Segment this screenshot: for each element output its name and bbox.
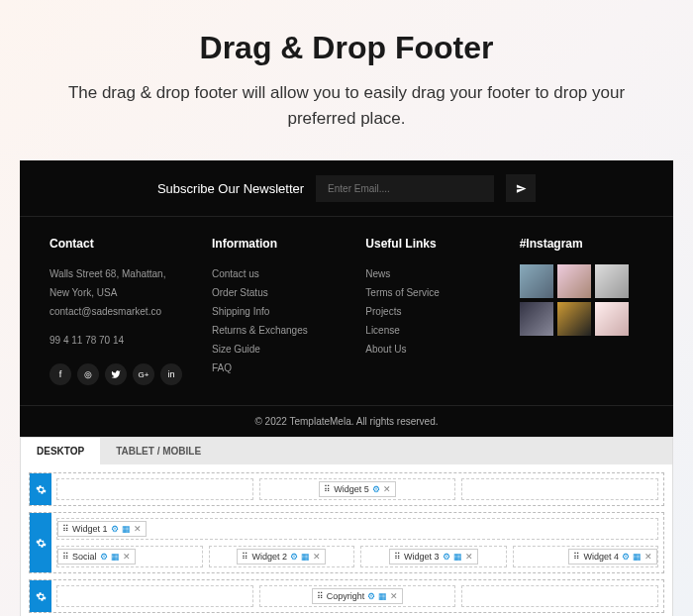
tab-desktop[interactable]: DESKTOP (21, 438, 100, 464)
close-icon[interactable]: ✕ (390, 591, 398, 601)
row-settings-button[interactable] (30, 580, 51, 612)
widget-chip[interactable]: ⠿ Widget 5 ⚙ ✕ (319, 481, 396, 497)
gear-icon[interactable]: ⚙ (111, 524, 119, 534)
builder-slot[interactable] (56, 478, 253, 500)
close-icon[interactable]: ✕ (383, 484, 391, 494)
close-icon[interactable]: ✕ (123, 552, 131, 562)
gear-icon (36, 484, 47, 495)
widget-chip[interactable]: ⠿ Widget 2 ⚙ ▦ ✕ (237, 549, 326, 565)
widget-label: Social (72, 552, 97, 562)
drag-icon: ⠿ (317, 591, 324, 601)
gear-icon (36, 538, 47, 549)
instagram-thumb[interactable] (595, 264, 629, 298)
useful-link[interactable]: Terms of Service (365, 283, 489, 302)
row-settings-button[interactable] (30, 513, 51, 572)
duplicate-icon[interactable]: ▦ (111, 552, 120, 562)
drag-icon: ⠿ (573, 552, 580, 562)
instagram-thumb[interactable] (520, 302, 553, 336)
builder-slot[interactable]: ⠿ Widget 4 ⚙ ▦ ✕ (513, 546, 659, 567)
gear-icon[interactable]: ⚙ (622, 552, 630, 562)
contact-address: Walls Street 68, Mahattan, New York, USA (50, 264, 182, 302)
newsletter-email-input[interactable] (316, 175, 494, 202)
page-subtitle: The drag & drop footer will allow you to… (59, 80, 634, 131)
widget-chip[interactable]: ⠿ Widget 1 ⚙ ▦ ✕ (57, 521, 147, 537)
gear-icon[interactable]: ⚙ (443, 552, 450, 562)
builder-row: ⠿ Copyright ⚙ ▦ ✕ (29, 579, 664, 613)
builder-row: ⠿ Widget 5 ⚙ ✕ (29, 472, 664, 506)
duplicate-icon[interactable]: ▦ (378, 591, 387, 601)
contact-email: contact@sadesmarket.co (50, 302, 182, 321)
widget-label: Copyright (327, 591, 365, 601)
widget-label: Widget 4 (583, 552, 619, 562)
builder-slot[interactable]: ⠿ Widget 5 ⚙ ✕ (259, 478, 456, 500)
newsletter-bar: Subscribe Our Newsletter (20, 160, 673, 217)
widget-label: Widget 3 (404, 552, 440, 562)
builder-slot[interactable] (461, 585, 658, 607)
useful-link[interactable]: License (365, 321, 489, 340)
builder-slot[interactable]: ⠿ Social ⚙ ▦ ✕ (56, 546, 203, 567)
gear-icon[interactable]: ⚙ (290, 552, 298, 562)
close-icon[interactable]: ✕ (134, 524, 142, 534)
footer-builder: DESKTOP TABLET / MOBILE ⠿ Widget 5 ⚙ ✕ (20, 437, 673, 616)
widget-chip[interactable]: ⠿ Copyright ⚙ ▦ ✕ (312, 588, 404, 604)
footer-col-information: Information Contact us Order Status Ship… (212, 237, 336, 385)
newsletter-submit-button[interactable] (506, 174, 536, 202)
gear-icon[interactable]: ⚙ (372, 484, 380, 494)
gear-icon[interactable]: ⚙ (100, 552, 108, 562)
drag-icon: ⠿ (62, 524, 69, 534)
footer-col-contact: Contact Walls Street 68, Mahattan, New Y… (50, 237, 182, 385)
useful-heading: Useful Links (365, 237, 489, 251)
instagram-thumb[interactable] (595, 302, 629, 336)
instagram-icon[interactable]: ◎ (77, 363, 99, 385)
tab-tablet-mobile[interactable]: TABLET / MOBILE (100, 438, 217, 464)
widget-chip[interactable]: ⠿ Widget 4 ⚙ ▦ ✕ (568, 549, 657, 565)
useful-link[interactable]: About Us (365, 340, 489, 359)
facebook-icon[interactable]: f (50, 363, 71, 385)
duplicate-icon[interactable]: ▦ (633, 552, 642, 562)
googleplus-icon[interactable]: G+ (133, 363, 154, 385)
duplicate-icon[interactable]: ▦ (453, 552, 462, 562)
twitter-icon[interactable] (105, 363, 127, 385)
close-icon[interactable]: ✕ (644, 552, 652, 562)
contact-heading: Contact (50, 237, 182, 251)
footer-col-useful: Useful Links News Terms of Service Proje… (365, 237, 489, 385)
drag-icon: ⠿ (324, 484, 331, 494)
builder-slot[interactable]: ⠿ Widget 1 ⚙ ▦ ✕ (56, 518, 658, 540)
send-icon (516, 183, 527, 194)
gear-icon[interactable]: ⚙ (367, 591, 375, 601)
widget-chip[interactable]: ⠿ Social ⚙ ▦ ✕ (57, 549, 136, 565)
information-heading: Information (212, 237, 336, 251)
contact-phone: 99 4 11 78 70 14 (50, 331, 182, 350)
close-icon[interactable]: ✕ (465, 552, 473, 562)
drag-icon: ⠿ (394, 552, 401, 562)
page-title: Drag & Drop Footer (59, 30, 634, 66)
builder-slot[interactable] (461, 478, 658, 500)
builder-slot[interactable]: ⠿ Widget 2 ⚙ ▦ ✕ (209, 546, 355, 567)
builder-slot[interactable]: ⠿ Copyright ⚙ ▦ ✕ (259, 585, 456, 607)
useful-link[interactable]: Projects (365, 302, 489, 321)
info-link[interactable]: Returns & Exchanges (212, 321, 336, 340)
drag-icon: ⠿ (62, 552, 69, 562)
instagram-thumb[interactable] (557, 302, 591, 336)
builder-slot[interactable]: ⠿ Widget 3 ⚙ ▦ ✕ (360, 546, 507, 567)
widget-label: Widget 2 (251, 552, 287, 562)
linkedin-icon[interactable]: in (160, 363, 182, 385)
info-link[interactable]: FAQ (212, 359, 336, 377)
instagram-thumb[interactable] (520, 264, 553, 298)
widget-label: Widget 5 (334, 484, 369, 494)
info-link[interactable]: Shipping Info (212, 302, 336, 321)
footer-preview: Subscribe Our Newsletter Contact Walls S… (20, 160, 673, 437)
info-link[interactable]: Size Guide (212, 340, 336, 359)
duplicate-icon[interactable]: ▦ (122, 524, 131, 534)
info-link[interactable]: Order Status (212, 283, 336, 302)
info-link[interactable]: Contact us (212, 264, 336, 283)
widget-chip[interactable]: ⠿ Widget 3 ⚙ ▦ ✕ (389, 549, 478, 565)
row-settings-button[interactable] (30, 473, 51, 505)
duplicate-icon[interactable]: ▦ (301, 552, 310, 562)
builder-slot[interactable] (56, 585, 253, 607)
footer-col-instagram: #Instagram (520, 237, 644, 385)
useful-link[interactable]: News (365, 264, 489, 283)
close-icon[interactable]: ✕ (313, 552, 321, 562)
widget-label: Widget 1 (72, 524, 108, 534)
instagram-thumb[interactable] (557, 264, 591, 298)
